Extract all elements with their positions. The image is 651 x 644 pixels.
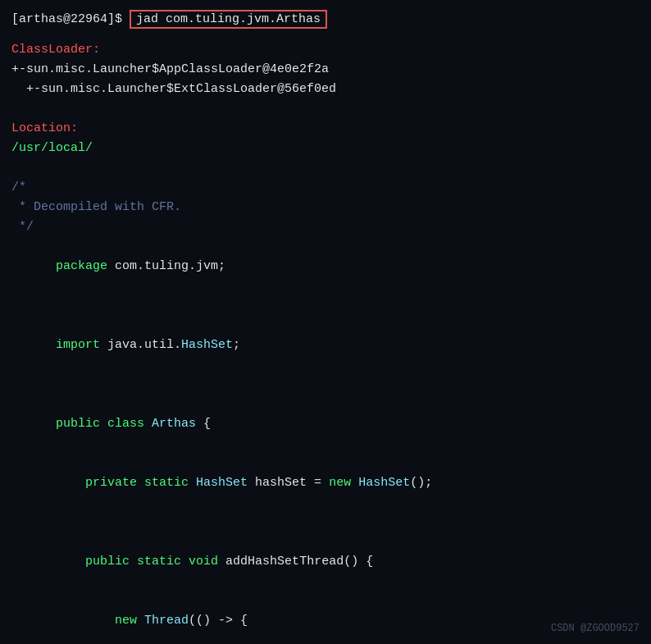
comment-open: /* (11, 178, 640, 198)
field-decl: private static HashSet hashSet = new Has… (11, 454, 640, 513)
classloader-ext: +-sun.misc.Launcher$ExtClassLoader@56ef0… (11, 80, 640, 99)
prompt-line: [arthas@22964]$ jad com.tuling.jvm.Artha… (11, 10, 640, 29)
watermark: CSDN @ZGOOD9527 (551, 623, 640, 634)
package-line: package com.tuling.jvm; (11, 237, 640, 296)
import-line: import java.util.HashSet; (11, 316, 640, 375)
location-label: Location: (11, 119, 640, 139)
new-thread: new Thread(() -> { (11, 591, 640, 644)
terminal-window: [arthas@22964]$ jad com.tuling.jvm.Artha… (0, 0, 651, 644)
code-output: ClassLoader: +-sun.misc.Launcher$AppClas… (11, 40, 640, 644)
location-path: /usr/local/ (11, 139, 640, 158)
classloader-label: ClassLoader: (11, 40, 640, 60)
class-decl: public class Arthas { (11, 395, 640, 454)
prompt-text: [arthas@22964]$ (11, 12, 130, 26)
method-decl: public static void addHashSetThread() { (11, 532, 640, 591)
classloader-app: +-sun.misc.Launcher$AppClassLoader@4e0e2… (11, 60, 640, 80)
comment-body: * Decompiled with CFR. (11, 198, 640, 217)
comment-close: */ (11, 217, 640, 237)
command-box: jad com.tuling.jvm.Arthas (130, 10, 327, 29)
